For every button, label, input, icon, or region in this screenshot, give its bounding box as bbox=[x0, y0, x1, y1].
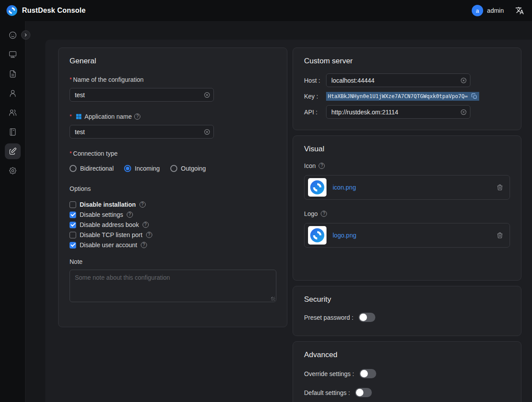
default-settings-label: Default settings : bbox=[304, 389, 350, 396]
security-card: Security Preset password : bbox=[293, 286, 521, 336]
audit-log-icon bbox=[8, 128, 17, 136]
radio-label: Incoming bbox=[135, 165, 160, 172]
default-settings-toggle[interactable] bbox=[355, 388, 372, 397]
help-icon[interactable] bbox=[146, 232, 152, 238]
translate-icon[interactable] bbox=[515, 6, 524, 15]
checkbox-disable-settings[interactable]: Disable settings bbox=[70, 211, 276, 218]
advanced-card: Advanced Override settings : Default set… bbox=[293, 341, 521, 402]
icon-thumbnail bbox=[308, 178, 327, 197]
checkbox-label: Disable settings bbox=[80, 211, 123, 218]
user-menu[interactable]: a admin bbox=[472, 5, 504, 16]
icon-file-box: icon.png bbox=[304, 175, 510, 200]
connection-type-group: Bidirectional Incoming Outgoing bbox=[70, 165, 276, 172]
visual-title: Visual bbox=[304, 145, 510, 153]
sidebar-item-configurations[interactable] bbox=[5, 143, 21, 159]
checkbox-box bbox=[70, 242, 76, 249]
checkbox-disable-installation[interactable]: Disable installation bbox=[70, 201, 276, 208]
sidebar-item-documents[interactable] bbox=[5, 66, 21, 82]
checkbox-box bbox=[70, 212, 76, 218]
api-label: API : bbox=[304, 109, 326, 116]
visual-card: Visual Icon icon.png bbox=[293, 135, 521, 281]
server-key-value: HtaXBkJNHyn0e1U1jWXze7A7CN7QTGWqxk0tpaVp… bbox=[326, 92, 470, 101]
user-icon bbox=[8, 89, 17, 98]
checkbox-label: Disable installation bbox=[80, 201, 136, 208]
config-name-label: Name of the configuration bbox=[70, 76, 143, 83]
icon-file-link[interactable]: icon.png bbox=[333, 184, 490, 191]
general-card: General Name of the configuration Applic… bbox=[58, 48, 287, 327]
app-name-label: Application name bbox=[84, 113, 132, 120]
help-icon[interactable] bbox=[321, 211, 327, 217]
radio-bidirectional[interactable]: Bidirectional bbox=[70, 165, 114, 172]
avatar[interactable]: a bbox=[472, 5, 483, 16]
general-title: General bbox=[70, 57, 276, 66]
preset-password-toggle[interactable] bbox=[359, 313, 375, 322]
sidebar-item-settings[interactable] bbox=[5, 163, 21, 179]
security-title: Security bbox=[304, 295, 510, 304]
note-label: Note bbox=[70, 258, 276, 265]
logo-label: Logo bbox=[304, 210, 318, 217]
override-settings-label: Override settings : bbox=[304, 370, 354, 377]
toggle-knob bbox=[360, 314, 367, 321]
sidebar-item-status[interactable] bbox=[5, 27, 21, 43]
help-icon[interactable] bbox=[134, 113, 140, 120]
clear-api-icon[interactable] bbox=[460, 109, 467, 115]
help-icon[interactable] bbox=[143, 222, 149, 228]
delete-icon-file-icon[interactable] bbox=[496, 184, 503, 191]
mood-icon bbox=[8, 31, 17, 40]
windows-icon bbox=[76, 113, 82, 120]
clear-app-name-icon[interactable] bbox=[204, 128, 210, 135]
radio-circle bbox=[170, 165, 177, 172]
sidebar bbox=[0, 21, 26, 402]
logo-file-box: logo.png bbox=[304, 223, 510, 248]
help-icon[interactable] bbox=[127, 212, 133, 218]
sidebar-expand-button[interactable] bbox=[21, 30, 30, 40]
checkbox-label: Disable user account bbox=[80, 241, 137, 249]
main-area: General Name of the configuration Applic… bbox=[26, 21, 532, 402]
checkbox-disable-address-book[interactable]: Disable address book bbox=[70, 221, 276, 228]
clear-host-icon[interactable] bbox=[460, 77, 467, 84]
radio-circle bbox=[70, 165, 77, 172]
header-brand: RustDesk Console bbox=[6, 5, 86, 16]
checkbox-label: Disable address book bbox=[80, 221, 139, 228]
host-input[interactable] bbox=[326, 73, 470, 87]
api-input[interactable] bbox=[326, 105, 470, 119]
radio-label: Bidirectional bbox=[80, 165, 114, 172]
sidebar-item-user[interactable] bbox=[5, 85, 21, 101]
custom-server-title: Custom server bbox=[304, 57, 510, 66]
sidebar-item-devices[interactable] bbox=[5, 47, 21, 62]
checkbox-box bbox=[70, 232, 76, 238]
help-icon[interactable] bbox=[319, 163, 325, 169]
radio-incoming[interactable]: Incoming bbox=[124, 165, 160, 172]
advanced-title: Advanced bbox=[304, 351, 510, 359]
sidebar-item-audit-logs[interactable] bbox=[5, 124, 21, 140]
rustdesk-logo-icon bbox=[6, 5, 18, 16]
user-name: admin bbox=[487, 7, 504, 14]
app-title: RustDesk Console bbox=[22, 7, 86, 15]
radio-label: Outgoing bbox=[181, 165, 206, 172]
radio-circle bbox=[124, 165, 131, 172]
users-icon bbox=[8, 108, 17, 117]
required-marker bbox=[70, 113, 73, 120]
checkbox-disable-user-account[interactable]: Disable user account bbox=[70, 241, 276, 249]
sidebar-item-groups[interactable] bbox=[5, 105, 21, 121]
config-name-input[interactable] bbox=[70, 88, 214, 102]
help-icon[interactable] bbox=[139, 201, 146, 208]
note-textarea[interactable] bbox=[70, 270, 276, 302]
host-label: Host : bbox=[304, 77, 326, 84]
clear-name-icon[interactable] bbox=[204, 91, 210, 98]
override-settings-toggle[interactable] bbox=[360, 369, 376, 378]
copy-key-icon[interactable] bbox=[470, 92, 479, 101]
radio-outgoing[interactable]: Outgoing bbox=[170, 165, 206, 172]
logo-thumbnail bbox=[308, 226, 327, 245]
delete-logo-file-icon[interactable] bbox=[496, 232, 503, 239]
checkbox-box bbox=[70, 222, 76, 228]
checkbox-disable-tcp-listen-port[interactable]: Disable TCP listen port bbox=[70, 231, 276, 238]
help-icon[interactable] bbox=[141, 242, 147, 248]
preset-password-label: Preset password : bbox=[304, 314, 353, 321]
custom-server-card: Custom server Host : Key : H bbox=[293, 48, 521, 130]
icon-label: Icon bbox=[304, 162, 316, 169]
toggle-knob bbox=[360, 370, 368, 377]
key-label: Key : bbox=[304, 93, 326, 100]
app-name-input[interactable] bbox=[70, 125, 214, 139]
logo-file-link[interactable]: logo.png bbox=[333, 232, 490, 239]
